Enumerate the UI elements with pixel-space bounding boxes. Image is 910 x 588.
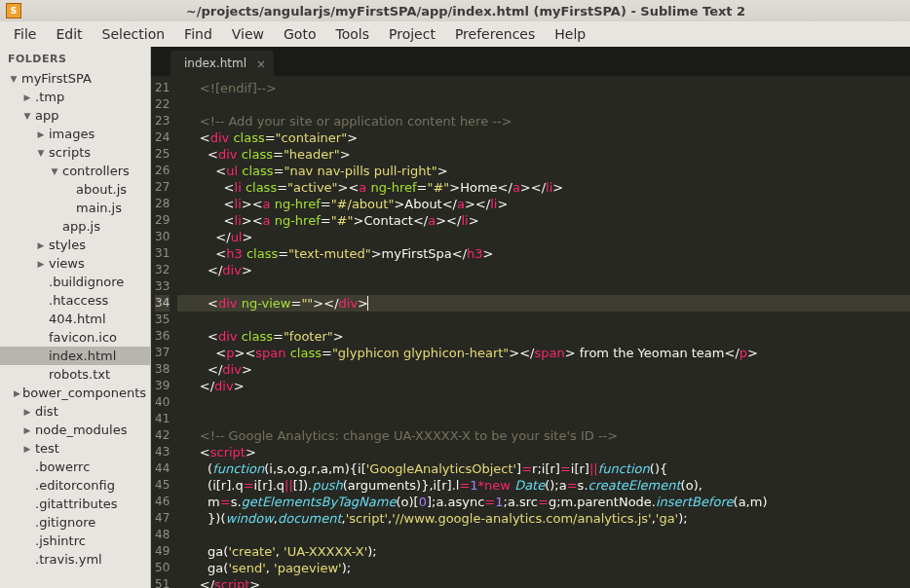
tree-item[interactable]: .htaccess <box>0 291 150 310</box>
tree-label: app <box>35 108 58 123</box>
chevron-right-icon[interactable]: ▶ <box>35 129 47 140</box>
code-line[interactable]: <li><a ng-href="#/about">About</a></li> <box>177 196 910 212</box>
chevron-down-icon[interactable]: ▼ <box>8 73 19 85</box>
sidebar[interactable]: FOLDERS ▼myFirstSPA▶.tmp▼app▶images▼scri… <box>0 47 151 588</box>
tree-label: favicon.ico <box>49 330 117 345</box>
tree-label: .gitattributes <box>35 496 118 511</box>
chevron-down-icon[interactable]: ▼ <box>49 165 60 177</box>
code-line[interactable]: <div class="container"> <box>177 129 910 146</box>
tree-item[interactable]: robots.txt <box>0 365 150 384</box>
menu-find[interactable]: Find <box>174 22 222 46</box>
tree-item[interactable]: ▶styles <box>0 236 150 254</box>
tree-item[interactable]: .buildignore <box>0 273 150 291</box>
tree-item[interactable]: ▶test <box>0 439 150 458</box>
menu-goto[interactable]: Goto <box>274 22 325 46</box>
code-line[interactable] <box>177 411 910 427</box>
tree-label: index.html <box>49 349 116 363</box>
code-line[interactable]: <!-- Google Analytics: change UA-XXXXX-X… <box>177 427 910 444</box>
code-line[interactable]: </div> <box>177 361 910 378</box>
menu-tools[interactable]: Tools <box>325 22 379 46</box>
code-line[interactable]: <div ng-view=""></div> <box>177 295 910 312</box>
tree-item[interactable]: ▶node_modules <box>0 421 150 439</box>
tree-item[interactable]: .bowerrc <box>0 458 150 476</box>
tree-label: .htaccess <box>49 293 108 308</box>
chevron-right-icon[interactable]: ▶ <box>21 92 33 103</box>
tree-item[interactable]: ▶views <box>0 254 150 273</box>
code-line[interactable] <box>177 394 910 411</box>
tree-item[interactable]: .editorconfig <box>0 476 150 495</box>
code-line[interactable]: <h3 class="text-muted">myFirstSpa</h3> <box>177 245 910 262</box>
menu-help[interactable]: Help <box>545 22 595 46</box>
code-line[interactable]: </div> <box>177 262 910 278</box>
tree-item[interactable]: index.html <box>0 347 150 365</box>
menu-project[interactable]: Project <box>379 22 445 46</box>
code-line[interactable]: </div> <box>177 378 910 394</box>
tree-item[interactable]: ▼myFirstSPA <box>0 69 150 88</box>
code-line[interactable]: <![endif]--> <box>177 80 910 96</box>
menu-view[interactable]: View <box>222 22 274 46</box>
tree-item[interactable]: ▶dist <box>0 402 150 421</box>
code-line[interactable]: <p><span class="glyphicon glyphicon-hear… <box>177 345 910 361</box>
editor-pane[interactable]: index.html × 212223242526272829303132333… <box>151 47 910 588</box>
code-line[interactable]: <div class="header"> <box>177 146 910 163</box>
code-line[interactable]: (function(i,s,o,g,r,a,m){i['GoogleAnalyt… <box>177 460 910 477</box>
chevron-right-icon[interactable]: ▶ <box>21 443 33 455</box>
code-line[interactable]: <li class="active"><a ng-href="#">Home</… <box>177 179 910 196</box>
code-line[interactable]: <div class="footer"> <box>177 328 910 345</box>
code-area[interactable]: 2122232425262728293031323334353637383940… <box>151 76 910 588</box>
tree-item[interactable]: main.js <box>0 199 150 217</box>
code-line[interactable]: <li><a ng-href="#">Contact</a></li> <box>177 212 910 229</box>
code-line[interactable]: })(window,document,'script','//www.googl… <box>177 510 910 527</box>
tree-item[interactable]: ▶bower_components <box>0 384 150 402</box>
code-line[interactable]: <!-- Add your site or application conten… <box>177 113 910 129</box>
chevron-right-icon[interactable]: ▶ <box>35 239 47 251</box>
chevron-right-icon[interactable]: ▶ <box>14 387 20 399</box>
window-title: ~/projects/angularjs/myFirstSPA/app/inde… <box>27 4 904 18</box>
tree-item[interactable]: ▶images <box>0 125 150 143</box>
code-content[interactable]: <![endif]--> <!-- Add your site or appli… <box>177 76 910 588</box>
tree-item[interactable]: 404.html <box>0 310 150 328</box>
tree-item[interactable]: favicon.ico <box>0 328 150 347</box>
tree-item[interactable]: ▼controllers <box>0 162 150 180</box>
line-gutter: 2122232425262728293031323334353637383940… <box>151 76 177 588</box>
code-line[interactable]: (i[r].q=i[r].q||[]).push(arguments)},i[r… <box>177 477 910 494</box>
code-line[interactable]: m=s.getElementsByTagName(o)[0];a.async=1… <box>177 494 910 510</box>
tree-label: .bowerrc <box>35 459 90 474</box>
code-line[interactable]: </script> <box>177 576 910 588</box>
code-line[interactable]: ga('create', 'UA-XXXXX-X'); <box>177 543 910 560</box>
tree-item[interactable]: about.js <box>0 180 150 199</box>
code-line[interactable] <box>177 278 910 295</box>
code-line[interactable] <box>177 527 910 543</box>
code-line[interactable]: <ul class="nav nav-pills pull-right"> <box>177 163 910 179</box>
menu-edit[interactable]: Edit <box>46 22 92 46</box>
menu-preferences[interactable]: Preferences <box>445 22 545 46</box>
chevron-down-icon[interactable]: ▼ <box>35 147 47 159</box>
tree-item[interactable]: .jshintrc <box>0 532 150 550</box>
chevron-down-icon[interactable]: ▼ <box>21 110 33 122</box>
spacer-icon <box>35 350 47 362</box>
tree-item[interactable]: ▼scripts <box>0 143 150 162</box>
code-line[interactable]: <script> <box>177 444 910 460</box>
menu-selection[interactable]: Selection <box>93 22 175 46</box>
tree-item[interactable]: ▶.tmp <box>0 88 150 106</box>
tree-label: .buildignore <box>49 275 124 289</box>
file-tab[interactable]: index.html × <box>171 51 274 76</box>
tree-label: about.js <box>76 182 127 197</box>
code-line[interactable] <box>177 312 910 328</box>
tab-bar[interactable]: index.html × <box>151 47 910 76</box>
chevron-right-icon[interactable]: ▶ <box>21 406 33 418</box>
tree-label: images <box>49 127 95 141</box>
tree-item[interactable]: .gitignore <box>0 513 150 532</box>
code-line[interactable]: ga('send', 'pageview'); <box>177 560 910 576</box>
tree-item[interactable]: app.js <box>0 217 150 236</box>
chevron-right-icon[interactable]: ▶ <box>35 258 47 270</box>
tree-item[interactable]: ▼app <box>0 106 150 125</box>
chevron-right-icon[interactable]: ▶ <box>21 424 33 436</box>
folder-tree[interactable]: ▼myFirstSPA▶.tmp▼app▶images▼scripts▼cont… <box>0 69 150 569</box>
menu-file[interactable]: File <box>4 22 46 46</box>
code-line[interactable] <box>177 96 910 113</box>
tree-item[interactable]: .gitattributes <box>0 495 150 513</box>
code-line[interactable]: </ul> <box>177 229 910 245</box>
tree-item[interactable]: .travis.yml <box>0 550 150 569</box>
close-icon[interactable]: × <box>256 57 266 71</box>
